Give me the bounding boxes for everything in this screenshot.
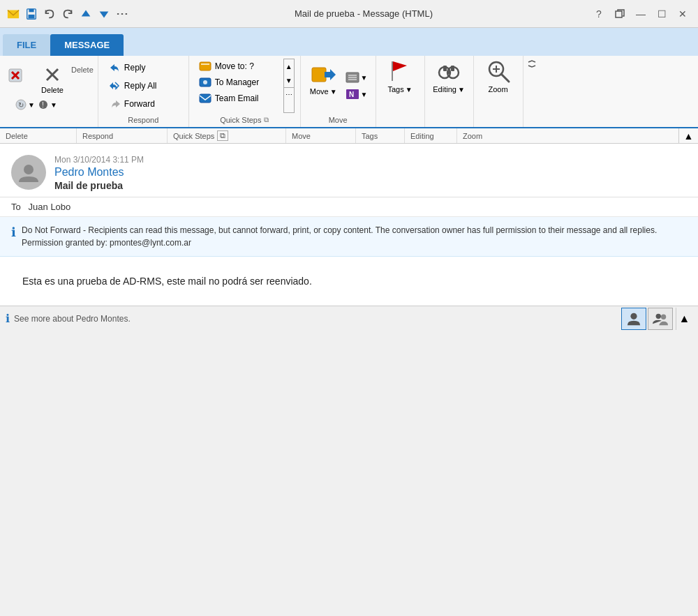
editing-label: Editing <box>433 85 456 93</box>
delete-group-label: Delete <box>71 63 94 74</box>
down-arrow-icon[interactable] <box>96 6 112 22</box>
onenote-button[interactable]: N ▼ <box>343 87 370 102</box>
ribbon-group-delete: Delete ↻ ▼ ! ▼ Delete <box>0 56 98 127</box>
svg-rect-37 <box>443 66 447 71</box>
move-items: Move ▼ ▼ N <box>306 59 370 113</box>
forward-icon <box>109 98 121 110</box>
svg-rect-32 <box>392 61 393 81</box>
clean-up-button[interactable]: ↻ ▼ <box>15 99 35 110</box>
quickstep-tomanager[interactable]: To Manager <box>195 75 282 90</box>
svg-line-40 <box>501 74 509 82</box>
move-icon <box>311 62 336 87</box>
tags-button[interactable]: Tags ▼ <box>387 59 413 124</box>
move-arrow[interactable]: ▼ <box>330 88 337 96</box>
collapse-icon <box>526 59 537 70</box>
rules-button[interactable]: ▼ <box>343 70 370 85</box>
svg-marker-33 <box>393 61 407 71</box>
info-banner: ℹ Do Not Forward - Recipients can read t… <box>0 217 698 257</box>
tags-bottom-label: Tags <box>356 128 405 143</box>
restore-button[interactable] <box>610 4 630 24</box>
move-button[interactable]: Move ▼ <box>306 59 341 113</box>
delete-button[interactable]: Delete <box>36 60 68 98</box>
to-recipient: Juan Lobo <box>29 202 71 212</box>
teamemail-icon <box>198 93 212 104</box>
status-text: See more about Pedro Montes. <box>14 314 131 324</box>
ribbon-labels-bar: Delete Respond Quick Steps ⧉ Move Tags E… <box>0 128 698 144</box>
svg-point-22 <box>203 80 207 84</box>
moveto-icon <box>198 61 212 72</box>
tab-message[interactable]: MESSAGE <box>50 34 124 56</box>
onenote-icon: N <box>346 89 359 100</box>
quickstep-moveto[interactable]: Move to: ? <box>195 59 282 74</box>
info-icon: ℹ <box>11 225 16 240</box>
maximize-button[interactable]: ☐ <box>652 4 671 24</box>
help-button[interactable]: ? <box>589 4 609 24</box>
quickstep-teamemail[interactable]: Team Email <box>195 91 282 106</box>
forward-button[interactable]: Forward <box>104 95 183 113</box>
ignore-icon <box>8 63 30 86</box>
ribbon-collapse-button[interactable] <box>523 56 540 127</box>
junk-button[interactable]: ! ▼ <box>38 99 57 110</box>
quicksteps-expand-icon[interactable]: ⧉ <box>264 116 269 124</box>
quickstep-tomanager-label: To Manager <box>215 77 259 87</box>
tags-arrow[interactable]: ▼ <box>406 86 413 93</box>
svg-rect-38 <box>451 66 454 71</box>
zoom-button[interactable]: Zoom <box>486 59 511 124</box>
move-label: Move <box>310 87 329 96</box>
tab-file[interactable]: FILE <box>3 34 50 56</box>
email-sender: Pedro Montes <box>54 166 687 179</box>
ribbon-collapse-arrow[interactable]: ▲ <box>678 128 698 144</box>
people-btn-2[interactable] <box>648 308 673 330</box>
tags-label: Tags <box>387 85 403 93</box>
svg-rect-2 <box>29 8 34 11</box>
editing-arrow[interactable]: ▼ <box>458 86 465 93</box>
title-bar-icons <box>6 6 130 22</box>
undo-icon[interactable] <box>42 6 57 22</box>
window-controls: ? — ☐ ✕ <box>589 4 692 24</box>
person2-icon <box>653 311 668 326</box>
redo-icon[interactable] <box>60 6 75 22</box>
svg-point-46 <box>661 314 666 319</box>
more-commands-icon[interactable] <box>114 6 130 22</box>
status-expand-button[interactable]: ▲ <box>676 308 692 330</box>
svg-rect-7 <box>121 13 124 15</box>
quicksteps-list: Move to: ? To Manager Team Email <box>195 59 282 113</box>
minimize-button[interactable]: — <box>631 4 651 24</box>
rules-icon <box>346 72 359 83</box>
quicksteps-more[interactable]: ⋯ <box>284 87 294 101</box>
svg-marker-4 <box>82 10 91 16</box>
ribbon-group-move: Move ▼ ▼ N <box>301 56 376 127</box>
cleanup-icon: ↻ <box>15 99 27 110</box>
reply-all-icon <box>109 80 121 92</box>
quicksteps-scroll-up[interactable]: ▲ <box>284 59 294 73</box>
svg-rect-9 <box>616 11 622 17</box>
ignore-button[interactable] <box>4 60 34 89</box>
email-to-line: To Juan Lobo <box>0 197 698 217</box>
tomanager-icon <box>198 77 212 88</box>
tab-bar: FILE MESSAGE <box>0 28 698 56</box>
people-btn-1[interactable] <box>621 308 646 330</box>
svg-rect-24 <box>312 68 326 82</box>
editing-bottom-label: Editing <box>405 128 457 143</box>
quicksteps-container: Move to: ? To Manager Team Email <box>195 59 295 113</box>
envelope-icon[interactable] <box>6 6 21 22</box>
save-icon[interactable] <box>24 6 39 22</box>
people-buttons <box>621 308 673 330</box>
respond-items: Reply Reply All Forward <box>104 59 183 113</box>
reply-all-label: Reply All <box>124 81 157 91</box>
quicksteps-dialog-launcher[interactable]: ⧉ <box>217 130 228 141</box>
close-button[interactable]: ✕ <box>673 4 692 24</box>
svg-point-45 <box>656 314 661 319</box>
rules-arrow[interactable]: ▼ <box>361 74 368 82</box>
quicksteps-scroll-down[interactable]: ▼ <box>284 73 294 87</box>
reply-all-button[interactable]: Reply All <box>104 77 183 95</box>
status-info: ℹ See more about Pedro Montes. <box>6 312 621 325</box>
svg-text:N: N <box>349 91 354 98</box>
reply-button[interactable]: Reply <box>104 59 183 77</box>
svg-point-44 <box>630 313 637 320</box>
up-arrow-icon[interactable] <box>78 6 94 22</box>
onenote-arrow[interactable]: ▼ <box>361 91 368 98</box>
email-header: Mon 3/10/2014 3:11 PM Pedro Montes Mail … <box>0 144 698 197</box>
editing-button[interactable]: Editing ▼ <box>433 59 465 124</box>
quickstep-teamemail-label: Team Email <box>215 93 259 103</box>
